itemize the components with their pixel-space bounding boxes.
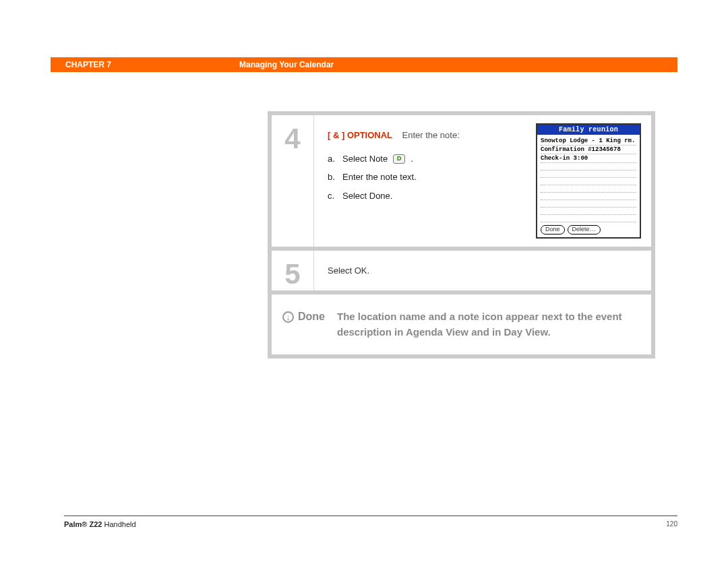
step-4-card: 4 [ & ] OPTIONAL Enter the note: a. Sele… <box>272 115 651 247</box>
palm-blank-line <box>541 178 636 185</box>
note-icon: D <box>393 154 405 164</box>
palm-blank-line <box>541 185 636 193</box>
footer-product-bold: Palm® Z22 <box>64 520 102 528</box>
step-5-body: Select OK. <box>313 251 651 290</box>
palm-delete-button[interactable]: Delete… <box>568 225 601 235</box>
palm-note-line-3: Check-in 3:00 <box>541 154 636 163</box>
optional-instruction: Enter the note: <box>402 130 460 140</box>
palm-blank-line <box>541 208 636 215</box>
chapter-header-bar: CHAPTER 7 Managing Your Calendar <box>51 57 677 72</box>
done-label: Done <box>298 311 325 323</box>
substep-b-letter: b. <box>328 168 337 186</box>
palm-button-row: Done Delete… <box>541 225 636 235</box>
step-5-text: Select OK. <box>328 266 369 276</box>
palm-blank-line <box>541 193 636 200</box>
palm-screenshot: Family reunion Snowtop Lodge - 1 King rm… <box>536 123 641 239</box>
step-5-number: 5 <box>284 260 300 288</box>
done-card: ↓ Done The location name and a note icon… <box>272 294 651 354</box>
arrow-down-circle-icon: ↓ <box>282 311 294 323</box>
palm-done-button[interactable]: Done <box>541 225 565 235</box>
done-indicator: ↓ Done <box>282 309 325 323</box>
done-description: The location name and a note icon appear… <box>337 309 636 340</box>
palm-blank-line <box>541 200 636 208</box>
step-4-number: 4 <box>284 125 300 153</box>
substep-a-letter: a. <box>328 150 337 168</box>
footer-product-rest: Handheld <box>102 520 135 528</box>
chapter-title: Managing Your Calendar <box>239 60 334 69</box>
palm-blank-line <box>541 163 636 170</box>
step-5-card: 5 Select OK. <box>272 251 651 290</box>
step-4-body: [ & ] OPTIONAL Enter the note: a. Select… <box>313 115 651 247</box>
chapter-label: CHAPTER 7 <box>65 60 111 69</box>
palm-note-line-2: Confirmation #12345678 <box>541 146 636 154</box>
palm-blank-line <box>541 170 636 178</box>
optional-badge: [ & ] OPTIONAL <box>328 130 392 140</box>
note-icon-glyph: D <box>397 156 402 162</box>
substep-a-text: Select Note <box>342 150 388 168</box>
footer-product: Palm® Z22 Handheld <box>64 520 136 528</box>
palm-note-line-1: Snowtop Lodge - 1 King rm. <box>541 137 636 146</box>
step-number-column: 5 <box>272 251 313 290</box>
footer-page-number: 120 <box>666 520 677 528</box>
substep-b-text: Enter the note text. <box>342 168 417 186</box>
substep-a-period: . <box>411 150 413 168</box>
step-number-column: 4 <box>272 115 313 247</box>
palm-blank-line <box>541 215 636 222</box>
substep-c-text: Select Done. <box>342 187 392 205</box>
steps-container: 4 [ & ] OPTIONAL Enter the note: a. Sele… <box>268 111 655 358</box>
page-footer: Palm® Z22 Handheld 120 <box>64 516 677 528</box>
palm-note-title: Family reunion <box>537 125 640 135</box>
substep-c-letter: c. <box>328 187 337 205</box>
palm-note-body: Snowtop Lodge - 1 King rm. Confirmation … <box>537 135 640 237</box>
